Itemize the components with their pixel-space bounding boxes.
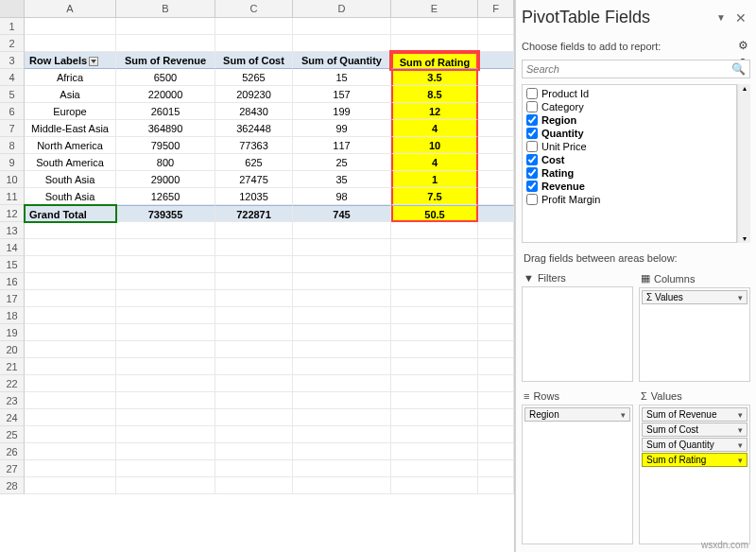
cell[interactable] — [478, 409, 514, 426]
cell[interactable] — [478, 256, 514, 273]
field-checkbox[interactable] — [526, 128, 538, 139]
cell[interactable]: 8.5 — [391, 86, 478, 103]
field-checkbox[interactable] — [526, 114, 538, 126]
field-item[interactable]: Product Id — [524, 87, 734, 100]
gear-icon[interactable]: ⚙ ▾ — [735, 39, 750, 54]
cell[interactable]: 25 — [293, 154, 391, 171]
cell[interactable] — [293, 341, 391, 358]
cell[interactable]: 362448 — [215, 120, 293, 137]
cell[interactable] — [391, 460, 478, 477]
cell[interactable] — [293, 392, 391, 409]
cell[interactable]: 220000 — [116, 86, 215, 103]
cell[interactable] — [293, 324, 391, 341]
field-item[interactable]: Category — [524, 100, 734, 113]
cell[interactable]: Europe — [25, 103, 116, 120]
cell[interactable]: Grand Total — [25, 205, 116, 222]
row-header[interactable]: 25 — [0, 426, 25, 443]
field-checkbox[interactable] — [526, 88, 538, 99]
cell[interactable] — [215, 290, 293, 307]
cell[interactable]: Sum of Revenue — [116, 52, 215, 69]
field-pill[interactable]: Σ Values▾ — [642, 290, 747, 304]
field-pill[interactable]: Sum of Revenue▾ — [642, 407, 747, 422]
cell[interactable] — [391, 239, 478, 256]
values-dropzone[interactable]: Sum of Revenue▾Sum of Cost▾Sum of Quanti… — [639, 405, 750, 544]
row-header[interactable]: 19 — [0, 324, 25, 341]
cell[interactable] — [478, 86, 514, 103]
cell[interactable] — [215, 477, 293, 494]
select-all-corner[interactable] — [0, 0, 25, 17]
cell[interactable] — [293, 273, 391, 290]
col-header-a[interactable]: A — [25, 0, 116, 17]
cell[interactable] — [391, 35, 478, 52]
col-header-e[interactable]: E — [391, 0, 478, 17]
cell[interactable] — [215, 18, 293, 35]
cell[interactable] — [25, 392, 116, 409]
cell[interactable]: Sum of Quantity — [293, 52, 391, 69]
field-checkbox[interactable] — [526, 101, 538, 112]
field-item[interactable]: Revenue — [524, 180, 734, 193]
cell[interactable]: Sum of Cost — [215, 52, 293, 69]
row-header[interactable]: 18 — [0, 307, 25, 324]
cell[interactable] — [116, 239, 215, 256]
cell[interactable] — [478, 239, 514, 256]
cell[interactable] — [116, 477, 215, 494]
cell[interactable] — [25, 375, 116, 392]
field-pill[interactable]: Sum of Cost▾ — [642, 423, 747, 437]
row-header[interactable]: 14 — [0, 239, 25, 256]
field-checkbox[interactable] — [526, 154, 538, 165]
cell[interactable] — [215, 307, 293, 324]
row-header[interactable]: 12 — [0, 205, 25, 222]
field-item[interactable]: Quantity — [524, 127, 734, 140]
cell[interactable] — [391, 222, 478, 239]
cell[interactable] — [478, 18, 514, 35]
cell[interactable] — [478, 103, 514, 120]
cell[interactable]: 4 — [391, 154, 478, 171]
col-header-c[interactable]: C — [215, 0, 293, 17]
cell[interactable] — [478, 35, 514, 52]
row-header[interactable]: 17 — [0, 290, 25, 307]
row-header[interactable]: 6 — [0, 103, 25, 120]
rows-dropzone[interactable]: Region▾ — [522, 405, 633, 544]
row-header[interactable]: 21 — [0, 358, 25, 375]
cell[interactable] — [215, 426, 293, 443]
cell[interactable] — [478, 120, 514, 137]
field-item[interactable]: Profit Margin — [524, 193, 734, 206]
field-item[interactable]: Region — [524, 113, 734, 127]
cell[interactable] — [293, 256, 391, 273]
cell[interactable] — [478, 324, 514, 341]
cell[interactable] — [391, 409, 478, 426]
cell[interactable] — [215, 256, 293, 273]
cell[interactable] — [293, 460, 391, 477]
cell[interactable]: 27475 — [215, 171, 293, 188]
cell[interactable]: Sum of Rating — [391, 52, 478, 69]
cell[interactable] — [25, 35, 116, 52]
cell[interactable] — [215, 341, 293, 358]
cell[interactable] — [116, 273, 215, 290]
cell[interactable] — [478, 273, 514, 290]
field-pill[interactable]: Region▾ — [524, 407, 630, 422]
cell[interactable] — [478, 137, 514, 154]
row-header[interactable]: 2 — [0, 35, 25, 52]
cell[interactable] — [391, 375, 478, 392]
cell[interactable]: South Asia — [25, 188, 116, 205]
cell[interactable] — [293, 18, 391, 35]
cell[interactable] — [25, 222, 116, 239]
cell[interactable]: 722871 — [215, 205, 293, 222]
row-header[interactable]: 24 — [0, 409, 25, 426]
cell[interactable]: 12 — [391, 103, 478, 120]
cell[interactable] — [25, 409, 116, 426]
field-item[interactable]: Cost — [524, 153, 734, 166]
row-header[interactable]: 28 — [0, 477, 25, 494]
cell[interactable]: North America — [25, 137, 116, 154]
cell[interactable]: 7.5 — [391, 188, 478, 205]
cell[interactable] — [391, 273, 478, 290]
cell[interactable]: Africa — [25, 69, 116, 86]
columns-dropzone[interactable]: Σ Values▾ — [639, 287, 750, 382]
cell[interactable] — [478, 443, 514, 460]
cell[interactable] — [478, 205, 514, 222]
filters-dropzone[interactable] — [522, 286, 633, 382]
cell[interactable] — [25, 18, 116, 35]
cell[interactable] — [391, 290, 478, 307]
cell[interactable] — [25, 477, 116, 494]
row-header[interactable]: 3 — [0, 52, 25, 69]
